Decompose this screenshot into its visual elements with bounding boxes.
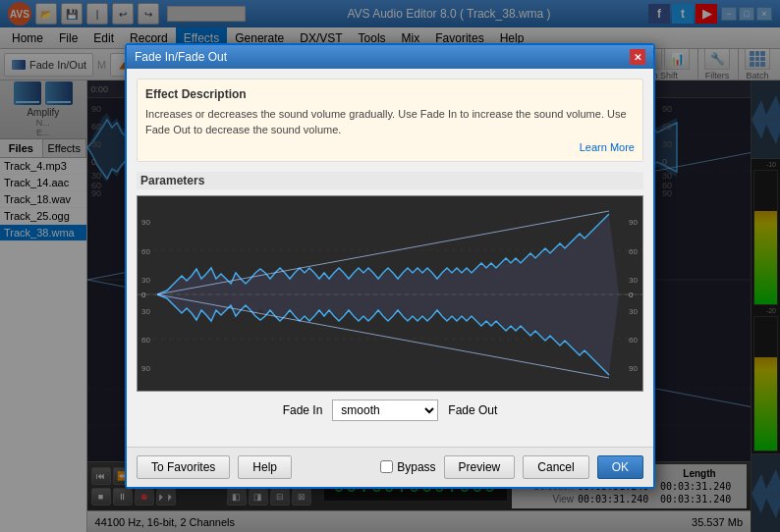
svg-text:60: 60 <box>141 247 150 256</box>
help-btn[interactable]: Help <box>238 455 292 479</box>
cancel-btn[interactable]: Cancel <box>523 455 588 479</box>
ok-btn[interactable]: OK <box>597 455 643 479</box>
modal-titlebar: Fade In/Fade Out ✕ <box>127 45 653 69</box>
svg-text:90: 90 <box>629 218 638 227</box>
fade-controls: Fade In smooth linear logarithmic expone… <box>137 392 643 429</box>
waveform-preview: 90 60 30 0 30 60 90 90 60 30 0 30 60 <box>137 195 643 392</box>
fade-out-label: Fade Out <box>448 403 497 417</box>
svg-text:30: 30 <box>141 307 150 316</box>
preview-btn[interactable]: Preview <box>444 455 516 479</box>
modal-footer: To Favorites Help Bypass Preview Cancel … <box>127 447 653 487</box>
modal-overlay[interactable]: Fade In/Fade Out ✕ Effect Description In… <box>0 0 780 532</box>
parameters-section: Parameters <box>137 172 643 429</box>
svg-text:60: 60 <box>629 336 638 345</box>
svg-text:90: 90 <box>629 364 638 373</box>
fade-type-select[interactable]: smooth linear logarithmic exponential <box>332 399 438 421</box>
learn-more-link[interactable]: Learn More <box>145 141 635 153</box>
svg-text:0: 0 <box>629 291 634 299</box>
svg-text:0: 0 <box>141 291 146 299</box>
svg-text:30: 30 <box>141 276 150 285</box>
bypass-label: Bypass <box>397 460 435 474</box>
modal-body: Effect Description Increases or decrease… <box>127 69 653 447</box>
svg-text:60: 60 <box>629 247 638 256</box>
bypass-checkbox[interactable] <box>380 460 393 473</box>
svg-text:60: 60 <box>141 336 150 345</box>
svg-text:90: 90 <box>141 364 150 373</box>
svg-text:90: 90 <box>141 218 150 227</box>
bypass-checkbox-area: Bypass <box>380 460 435 474</box>
effect-description: Effect Description Increases or decrease… <box>137 79 643 162</box>
parameters-heading: Parameters <box>137 172 643 189</box>
svg-text:30: 30 <box>629 276 638 285</box>
description-heading: Effect Description <box>145 87 635 101</box>
modal-title: Fade In/Fade Out <box>135 50 227 64</box>
fade-in-label: Fade In <box>283 403 323 417</box>
svg-text:30: 30 <box>629 307 638 316</box>
fade-modal: Fade In/Fade Out ✕ Effect Description In… <box>125 43 655 489</box>
to-favorites-btn[interactable]: To Favorites <box>137 455 230 479</box>
modal-close-btn[interactable]: ✕ <box>630 49 645 65</box>
description-text: Increases or decreases the sound volume … <box>145 107 635 137</box>
